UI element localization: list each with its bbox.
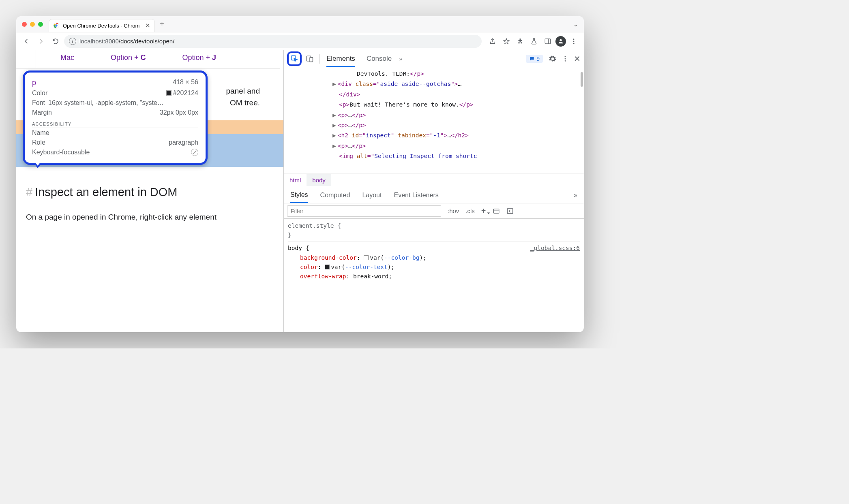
tooltip-row-color: Color #202124 bbox=[32, 88, 198, 98]
sidepanel-icon[interactable] bbox=[542, 35, 554, 47]
browser-window: Open Chrome DevTools - Chrom ✕ + ⌄ i loc… bbox=[16, 16, 584, 332]
shortcut-option-c: Option + C bbox=[111, 53, 146, 62]
tab-elements[interactable]: Elements bbox=[326, 55, 355, 67]
svg-rect-2 bbox=[545, 39, 551, 44]
titlebar: Open Chrome DevTools - Chrom ✕ + ⌄ bbox=[16, 16, 584, 32]
dom-node[interactable]: ▶<div class="aside aside--gotchas">… bbox=[332, 79, 581, 89]
devtools-kebab-icon[interactable] bbox=[562, 55, 569, 62]
settings-gear-icon[interactable] bbox=[549, 55, 557, 63]
platform-label: Mac bbox=[60, 53, 74, 62]
back-button[interactable] bbox=[20, 35, 32, 47]
anchor-hash-icon[interactable]: # bbox=[26, 183, 32, 201]
new-tab-button[interactable]: + bbox=[160, 20, 164, 28]
svg-point-4 bbox=[573, 38, 575, 40]
site-info-icon[interactable]: i bbox=[69, 38, 76, 45]
tab-event-listeners[interactable]: Event Listeners bbox=[394, 192, 438, 199]
maximize-window-button[interactable] bbox=[38, 22, 43, 27]
new-rule-button[interactable]: + bbox=[478, 206, 489, 216]
css-rule-body[interactable]: body { _global.scss:6 bbox=[288, 241, 580, 253]
forward-button[interactable] bbox=[35, 35, 47, 47]
svg-rect-10 bbox=[310, 57, 313, 62]
inspect-element-button[interactable] bbox=[287, 51, 302, 66]
browser-toolbar: i localhost:8080/docs/devtools/open/ bbox=[16, 32, 584, 50]
source-link[interactable]: _global.scss:6 bbox=[530, 243, 580, 253]
reload-button[interactable] bbox=[49, 35, 62, 47]
scrollbar-thumb[interactable] bbox=[581, 72, 583, 87]
share-icon[interactable] bbox=[487, 35, 499, 47]
color-swatch-icon[interactable] bbox=[325, 265, 330, 269]
device-icon bbox=[306, 55, 314, 63]
expand-triangle-icon[interactable]: ▶ bbox=[332, 143, 336, 149]
dom-node[interactable]: ▶<h2 id="inspect" tabindex="-1">…</h2> bbox=[332, 130, 581, 141]
expand-triangle-icon[interactable]: ▶ bbox=[332, 81, 336, 87]
rendered-page: Mac Option + C Option + J panel and OM t… bbox=[16, 50, 284, 332]
more-tabs-icon[interactable]: » bbox=[399, 56, 402, 62]
tab-layout[interactable]: Layout bbox=[362, 192, 382, 199]
expand-triangle-icon[interactable]: ▶ bbox=[332, 132, 336, 139]
svg-rect-15 bbox=[507, 209, 513, 214]
dom-node[interactable]: </div> bbox=[332, 90, 581, 100]
dom-tree[interactable]: DevTools. TLDR:</p> ▶<div class="aside a… bbox=[284, 67, 584, 173]
styles-filter-input[interactable] bbox=[287, 205, 441, 217]
tab-list-dropdown-icon[interactable]: ⌄ bbox=[573, 21, 578, 28]
css-declaration[interactable]: color: var(--color-text); bbox=[288, 263, 580, 272]
inspect-icon bbox=[290, 55, 298, 63]
devtools-panel: Elements Console » 9 ✕ DevTools. TLDR:</… bbox=[284, 50, 584, 332]
divider bbox=[319, 54, 320, 64]
svg-point-6 bbox=[573, 43, 575, 44]
device-toolbar-button[interactable] bbox=[304, 55, 315, 63]
svg-point-1 bbox=[55, 24, 57, 26]
tab-computed[interactable]: Computed bbox=[320, 192, 350, 199]
dom-node-selected[interactable]: ▶<p>…</p> bbox=[332, 120, 581, 130]
svg-point-5 bbox=[573, 41, 575, 42]
section-heading: # Inspect an element in DOM bbox=[26, 183, 274, 201]
cls-toggle[interactable]: .cls bbox=[462, 207, 478, 214]
keyboard-shortcut-row: Mac Option + C Option + J bbox=[36, 50, 283, 68]
computed-toggle-icon[interactable] bbox=[489, 207, 503, 215]
issues-icon bbox=[529, 56, 535, 62]
dom-node[interactable]: ▶<p>…</p> bbox=[332, 141, 581, 151]
close-window-button[interactable] bbox=[22, 22, 27, 27]
css-declaration[interactable]: overflow-wrap: break-word; bbox=[288, 272, 580, 281]
more-styles-tabs-icon[interactable]: » bbox=[574, 192, 577, 199]
expand-triangle-icon[interactable]: ▶ bbox=[332, 122, 336, 128]
close-tab-icon[interactable]: ✕ bbox=[145, 22, 150, 29]
expand-triangle-icon[interactable]: ▶ bbox=[332, 112, 336, 118]
dom-node[interactable]: <img alt="Selecting Inspect from shortc bbox=[332, 151, 581, 161]
kebab-menu-icon[interactable] bbox=[568, 35, 580, 47]
profile-avatar-icon[interactable] bbox=[555, 36, 566, 47]
crumb-html[interactable]: html bbox=[284, 174, 307, 186]
crumb-body[interactable]: body bbox=[307, 174, 331, 186]
toolbar-right bbox=[487, 35, 580, 47]
url-text: localhost:8080/docs/devtools/open/ bbox=[79, 38, 174, 45]
dom-node[interactable]: ▶<p>…</p> bbox=[332, 110, 581, 120]
tooltip-row-role: Roleparagraph bbox=[32, 138, 198, 147]
browser-tab[interactable]: Open Chrome DevTools - Chrom ✕ bbox=[49, 19, 155, 32]
color-swatch-icon[interactable] bbox=[364, 255, 369, 260]
dom-node[interactable]: <p>But wait! There's more to know.</p> bbox=[332, 100, 581, 110]
tooltip-row-name: Name bbox=[32, 128, 198, 138]
address-bar[interactable]: i localhost:8080/docs/devtools/open/ bbox=[64, 35, 482, 48]
tab-styles[interactable]: Styles bbox=[290, 191, 308, 203]
css-declaration[interactable]: background-color: var(--color-bg); bbox=[288, 253, 580, 263]
styles-rules[interactable]: element.style { } body { _global.scss:6 … bbox=[284, 219, 584, 332]
element-style-rule[interactable]: element.style { bbox=[288, 221, 580, 231]
hov-toggle[interactable]: :hov bbox=[444, 207, 462, 214]
close-devtools-icon[interactable]: ✕ bbox=[574, 54, 581, 64]
svg-point-13 bbox=[565, 60, 566, 61]
dom-node[interactable]: DevTools. TLDR:</p> bbox=[332, 69, 581, 79]
issues-badge[interactable]: 9 bbox=[526, 55, 543, 63]
inspector-tooltip: p 418 × 56 Color #202124 Font 16px syste… bbox=[23, 70, 208, 165]
toggle-sidebar-icon[interactable] bbox=[503, 207, 517, 215]
bookmark-star-icon[interactable] bbox=[500, 35, 512, 47]
main-split: Mac Option + C Option + J panel and OM t… bbox=[16, 50, 584, 332]
labs-icon[interactable] bbox=[528, 35, 540, 47]
tab-title: Open Chrome DevTools - Chrom bbox=[63, 23, 139, 29]
minimize-window-button[interactable] bbox=[30, 22, 35, 27]
color-swatch-icon bbox=[166, 90, 172, 96]
window-controls bbox=[22, 22, 43, 27]
favicon-icon bbox=[53, 22, 60, 29]
devtools-tabs: Elements Console bbox=[326, 55, 392, 63]
tab-console[interactable]: Console bbox=[367, 55, 392, 63]
extensions-icon[interactable] bbox=[514, 35, 526, 47]
